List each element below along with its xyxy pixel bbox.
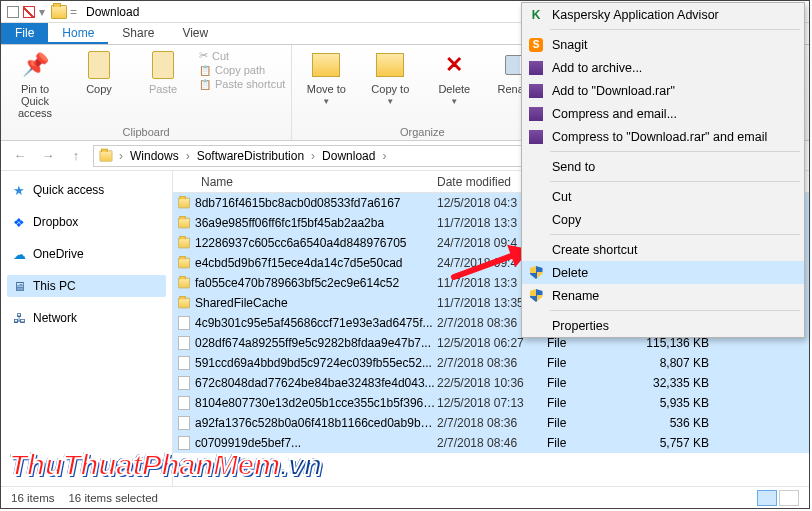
ctx-add-rar[interactable]: Add to "Download.rar" xyxy=(522,79,804,102)
move-icon xyxy=(312,53,340,77)
crumb-softwaredistribution[interactable]: SoftwareDistribution xyxy=(195,149,306,163)
file-name: 8db716f4615bc8acb0d08533fd7a6167 xyxy=(195,196,437,210)
tab-view[interactable]: View xyxy=(168,23,222,44)
file-type: File xyxy=(547,356,633,370)
archive-icon xyxy=(528,129,544,145)
nav-quick-access[interactable]: ★Quick access xyxy=(7,179,166,201)
folder-icon xyxy=(178,278,190,289)
navigation-pane: ★Quick access ❖Dropbox ☁OneDrive 🖥This P… xyxy=(1,171,173,486)
file-name: a92fa1376c528b0a06f418b1166ced0ab9b9... xyxy=(195,416,437,430)
nav-dropbox[interactable]: ❖Dropbox xyxy=(7,211,166,233)
file-type: File xyxy=(547,376,633,390)
file-size: 32,335 KB xyxy=(633,376,725,390)
folder-icon xyxy=(178,238,190,249)
ctx-send-to[interactable]: Send to xyxy=(522,155,804,178)
file-icon xyxy=(178,336,190,350)
file-date: 22/5/2018 10:36 xyxy=(437,376,547,390)
file-type: File xyxy=(547,416,633,430)
ctx-copy[interactable]: Copy xyxy=(522,208,804,231)
quick-access-toolbar: ▾ xyxy=(1,5,51,19)
crumb-windows[interactable]: Windows xyxy=(128,149,181,163)
window-title: Download xyxy=(86,5,139,19)
ctx-snagit[interactable]: SSnagit xyxy=(522,33,804,56)
star-icon: ★ xyxy=(11,182,27,198)
file-icon xyxy=(178,396,190,410)
shield-icon xyxy=(528,265,544,281)
forward-button[interactable]: → xyxy=(37,145,59,167)
qat-checkbox-1[interactable] xyxy=(7,6,19,18)
ctx-rename[interactable]: Rename xyxy=(522,284,804,307)
up-button[interactable]: ↑ xyxy=(65,145,87,167)
file-size: 536 KB xyxy=(633,416,725,430)
folder-icon xyxy=(178,258,190,269)
copy-to-icon xyxy=(376,53,404,77)
status-item-count: 16 items xyxy=(11,492,54,504)
file-name: 8104e807730e13d2e05b1cce355c1b5f396e... xyxy=(195,396,437,410)
paste-shortcut-button[interactable]: Paste shortcut xyxy=(199,78,285,90)
file-size: 115,136 KB xyxy=(633,336,725,350)
file-row[interactable]: 672c8048dad77624be84bae32483fe4d043...22… xyxy=(173,373,809,393)
snagit-icon: S xyxy=(528,37,544,53)
file-row[interactable]: 591ccd69a4bbd9bd5c9724ec039fb55ec52...2/… xyxy=(173,353,809,373)
file-date: 12/5/2018 07:13 xyxy=(437,396,547,410)
paste-shortcut-icon xyxy=(199,78,211,90)
folder-icon xyxy=(51,5,67,19)
tab-home[interactable]: Home xyxy=(48,23,108,44)
file-type: File xyxy=(547,436,633,450)
ctx-create-shortcut[interactable]: Create shortcut xyxy=(522,238,804,261)
ctx-compress-email[interactable]: Compress and email... xyxy=(522,102,804,125)
cut-icon xyxy=(199,49,208,62)
pc-icon: 🖥 xyxy=(11,278,27,294)
ctx-compress-rar-email[interactable]: Compress to "Download.rar" and email xyxy=(522,125,804,148)
pin-quick-access-button[interactable]: 📌 Pin to Quick access xyxy=(7,49,63,119)
file-name: 12286937c605cc6a6540a4d848976705 xyxy=(195,236,437,250)
nav-this-pc[interactable]: 🖥This PC xyxy=(7,275,166,297)
ctx-properties[interactable]: Properties xyxy=(522,314,804,337)
copy-path-button[interactable]: Copy path xyxy=(199,64,285,76)
paste-button[interactable]: Paste xyxy=(135,49,191,95)
paste-icon xyxy=(152,51,174,79)
folder-icon xyxy=(178,218,190,229)
tab-share[interactable]: Share xyxy=(108,23,168,44)
ctx-kaspersky[interactable]: KKaspersky Application Advisor xyxy=(522,3,804,26)
file-name: e4cbd5d9b67f15ece4da14c7d5e50cad xyxy=(195,256,437,270)
file-date: 2/7/2018 08:36 xyxy=(437,356,547,370)
file-name: fa055ce470b789663bf5c2ec9e614c52 xyxy=(195,276,437,290)
delete-button[interactable]: ✕Delete▼ xyxy=(426,49,482,106)
folder-icon xyxy=(178,198,190,209)
archive-icon xyxy=(528,106,544,122)
col-name[interactable]: Name xyxy=(173,175,437,189)
folder-icon xyxy=(100,150,113,161)
file-size: 5,935 KB xyxy=(633,396,725,410)
cut-button[interactable]: Cut xyxy=(199,49,285,62)
watermark: ThuThuatPhanMem.vn xyxy=(9,448,322,482)
copy-button[interactable]: Copy xyxy=(71,49,127,95)
file-size: 8,807 KB xyxy=(633,356,725,370)
view-large-button[interactable] xyxy=(779,490,799,506)
file-icon xyxy=(178,416,190,430)
nav-onedrive[interactable]: ☁OneDrive xyxy=(7,243,166,265)
nav-network[interactable]: 🖧Network xyxy=(7,307,166,329)
file-row[interactable]: 8104e807730e13d2e05b1cce355c1b5f396e...1… xyxy=(173,393,809,413)
view-details-button[interactable] xyxy=(757,490,777,506)
delete-icon: ✕ xyxy=(438,49,470,81)
move-to-button[interactable]: Move to▼ xyxy=(298,49,354,106)
ctx-cut[interactable]: Cut xyxy=(522,185,804,208)
cloud-icon: ☁ xyxy=(11,246,27,262)
ctx-delete[interactable]: Delete xyxy=(522,261,804,284)
file-icon xyxy=(178,316,190,330)
copy-path-icon xyxy=(199,64,211,76)
crumb-download[interactable]: Download xyxy=(320,149,377,163)
file-row[interactable]: a92fa1376c528b0a06f418b1166ced0ab9b9...2… xyxy=(173,413,809,433)
file-type: File xyxy=(547,336,633,350)
tab-file[interactable]: File xyxy=(1,23,48,44)
kaspersky-icon: K xyxy=(528,7,544,23)
file-name: 591ccd69a4bbd9bd5c9724ec039fb55ec52... xyxy=(195,356,437,370)
file-name: SharedFileCache xyxy=(195,296,437,310)
file-date: 2/7/2018 08:46 xyxy=(437,436,547,450)
copy-to-button[interactable]: Copy to▼ xyxy=(362,49,418,106)
qat-checkbox-2[interactable] xyxy=(23,6,35,18)
ctx-add-archive[interactable]: Add to archive... xyxy=(522,56,804,79)
back-button[interactable]: ← xyxy=(9,145,31,167)
file-size: 5,757 KB xyxy=(633,436,725,450)
